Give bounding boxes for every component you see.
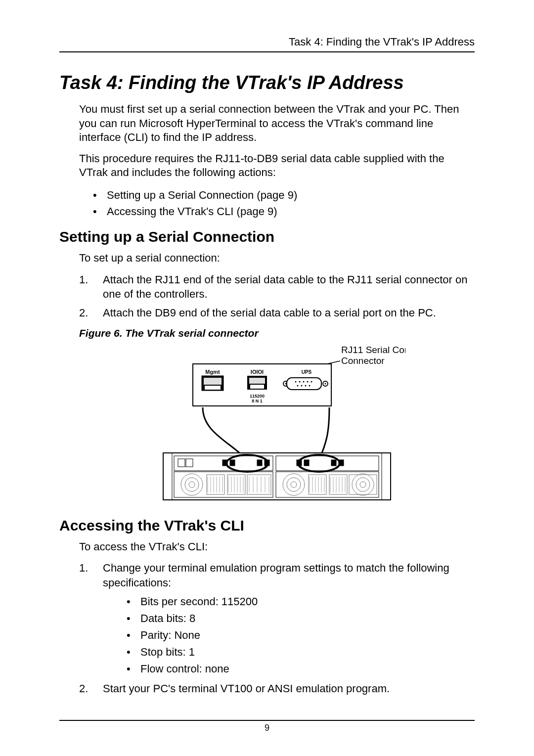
spec-item: Flow control: none — [127, 661, 475, 677]
page: Task 4: Finding the VTrak's IP Address T… — [0, 0, 534, 756]
mgmt-label: Mgmt — [205, 369, 220, 375]
page-footer: 9 — [59, 720, 475, 733]
section-heading-serial: Setting up a Serial Connection — [59, 228, 475, 245]
running-head: Task 4: Finding the VTrak's IP Address — [59, 36, 475, 52]
svg-point-15 — [325, 383, 326, 384]
connector-panel: Mgmt IOIOI 115200 8 N 1 UPS — [193, 364, 331, 406]
ioioi-label: IOIOI — [251, 369, 264, 375]
step-item: Attach the RJ11 end of the serial data c… — [79, 272, 475, 302]
body: You must first set up a serial connectio… — [59, 102, 475, 696]
svg-rect-21 — [178, 459, 185, 467]
intro-paragraph-2: This procedure requires the RJ11-to-DB9 … — [79, 152, 475, 180]
svg-rect-24 — [230, 460, 235, 466]
figure-caption: Figure 6. The VTrak serial connector — [79, 327, 475, 339]
callout-label: RJ11 Serial Connector — [341, 345, 405, 355]
svg-rect-2 — [204, 378, 222, 385]
figure-serial-connector: RJ11 Serial Connector Connector Mgmt IOI… — [79, 344, 475, 507]
spec-item: Bits per second: 115200 — [127, 593, 475, 610]
intro-bullet-item: Accessing the VTrak's CLI (page 9) — [93, 203, 475, 220]
callout-label-line2: Connector — [341, 356, 385, 366]
svg-point-10 — [311, 381, 312, 382]
section1-lead: To set up a serial connection: — [79, 251, 475, 266]
section2-lead: To access the VTrak's CLI: — [79, 540, 475, 554]
svg-point-6 — [295, 381, 297, 382]
svg-rect-29 — [331, 460, 336, 466]
svg-rect-3 — [250, 385, 264, 389]
leader-line — [319, 407, 329, 460]
svg-rect-28 — [304, 460, 309, 466]
svg-point-11 — [297, 385, 299, 386]
intro-bullet-list: Setting up a Serial Connection (page 9) … — [79, 187, 475, 220]
section2-steps: Change your terminal emulation program s… — [79, 561, 475, 696]
page-title: Task 4: Finding the VTrak's IP Address — [59, 72, 475, 93]
spec-item: Data bits: 8 — [127, 610, 475, 627]
svg-rect-25 — [257, 460, 262, 466]
serial-connector-diagram: RJ11 Serial Connector Connector Mgmt IOI… — [148, 344, 405, 507]
step-text: Change your terminal emulation program s… — [103, 562, 449, 589]
svg-point-9 — [307, 381, 309, 382]
chassis-rear — [163, 453, 391, 500]
leader-line — [203, 407, 247, 460]
section1-steps: Attach the RJ11 end of the serial data c… — [79, 272, 475, 320]
intro-paragraph-1: You must first set up a serial connectio… — [79, 102, 475, 145]
svg-rect-22 — [186, 459, 193, 467]
framing-label: 8 N 1 — [252, 399, 263, 403]
svg-point-12 — [301, 385, 303, 386]
db9-port-icon — [287, 378, 321, 390]
baud-label: 115200 — [250, 394, 265, 399]
ups-label: UPS — [302, 369, 312, 375]
svg-rect-4 — [249, 378, 265, 384]
svg-rect-1 — [205, 386, 221, 390]
svg-point-13 — [305, 385, 307, 386]
terminal-specs-list: Bits per second: 115200 Data bits: 8 Par… — [103, 593, 475, 677]
page-number: 9 — [265, 723, 269, 733]
svg-rect-16 — [163, 453, 391, 500]
step-item: Change your terminal emulation program s… — [79, 561, 475, 677]
step-item: Attach the DB9 end of the serial data ca… — [79, 306, 475, 320]
intro-bullet-item: Setting up a Serial Connection (page 9) — [93, 187, 475, 203]
spec-item: Parity: None — [127, 627, 475, 644]
svg-point-8 — [303, 381, 305, 382]
step-item: Start your PC's terminal VT100 or ANSI e… — [79, 681, 475, 696]
section-heading-cli: Accessing the VTrak's CLI — [59, 517, 475, 534]
spec-item: Stop bits: 1 — [127, 644, 475, 661]
svg-point-7 — [299, 381, 301, 382]
svg-point-14 — [309, 385, 311, 386]
